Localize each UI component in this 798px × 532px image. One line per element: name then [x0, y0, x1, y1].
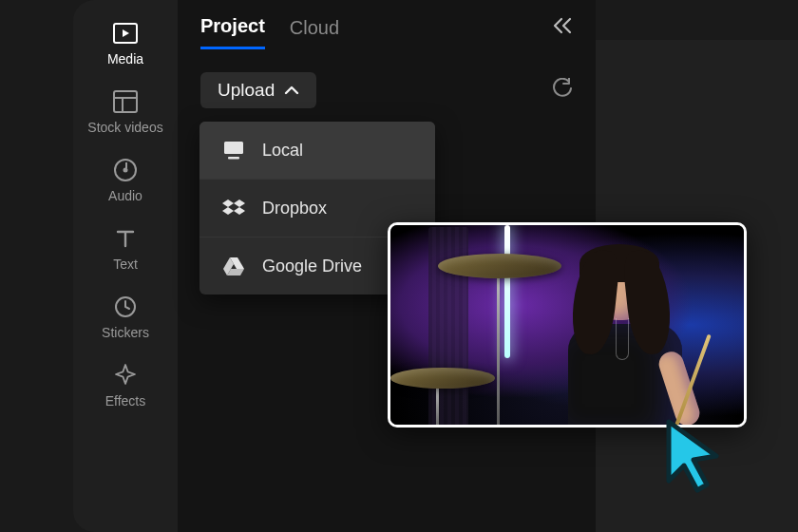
tab-bar: Project Cloud [178, 0, 596, 49]
disc-note-icon [113, 158, 138, 182]
sidebar-item-effects[interactable]: Effects [73, 363, 178, 408]
chevron-up-icon [284, 85, 299, 96]
left-sidebar: Media Stock videos Audio Text Stickers [73, 0, 178, 532]
cymbal [438, 254, 561, 278]
sidebar-item-label: Text [113, 256, 138, 272]
sidebar-item-stock-videos[interactable]: Stock videos [73, 89, 178, 135]
upload-menu-label: Google Drive [262, 256, 362, 276]
outer-margin [0, 0, 73, 532]
drummer-figure [547, 246, 699, 428]
svg-rect-7 [224, 142, 243, 154]
sidebar-item-label: Stickers [102, 325, 149, 340]
refresh-icon [552, 78, 573, 99]
gdrive-icon [222, 255, 245, 277]
svg-rect-1 [114, 91, 137, 112]
upload-menu-item-local[interactable]: Local [200, 122, 435, 179]
tab-cloud[interactable]: Cloud [290, 17, 339, 48]
refresh-button[interactable] [552, 78, 573, 103]
clock-icon [113, 294, 138, 319]
dropbox-icon [222, 197, 245, 219]
play-frame-icon [113, 21, 138, 46]
cymbal-stand [497, 276, 500, 428]
cymbal [390, 368, 495, 389]
letter-t-icon [113, 226, 138, 251]
chevrons-left-icon [552, 17, 573, 34]
monitor-icon [222, 139, 245, 162]
sidebar-item-label: Audio [108, 188, 142, 203]
light-bar [504, 225, 510, 358]
sidebar-item-stickers[interactable]: Stickers [73, 294, 178, 340]
svg-point-5 [124, 168, 128, 173]
sidebar-item-audio[interactable]: Audio [73, 158, 178, 203]
cymbal-stand [436, 387, 439, 428]
upload-menu-label: Dropbox [262, 199, 327, 218]
upload-toolbar: Upload [178, 49, 596, 108]
sidebar-item-label: Media [107, 51, 143, 66]
upload-menu-label: Local [262, 141, 303, 161]
sparkle-icon [113, 363, 138, 388]
collapse-panel-button[interactable] [552, 17, 573, 38]
sidebar-item-label: Effects [105, 393, 146, 408]
media-thumbnail-drummer[interactable] [388, 222, 747, 428]
tab-project[interactable]: Project [200, 15, 265, 49]
upload-button-label: Upload [218, 80, 275, 101]
sidebar-item-media[interactable]: Media [73, 21, 178, 66]
sidebar-item-label: Stock videos [87, 120, 162, 135]
layout-panel-icon [113, 89, 138, 114]
upload-button[interactable]: Upload [200, 72, 316, 108]
sidebar-item-text[interactable]: Text [73, 226, 178, 272]
svg-rect-8 [228, 157, 239, 160]
